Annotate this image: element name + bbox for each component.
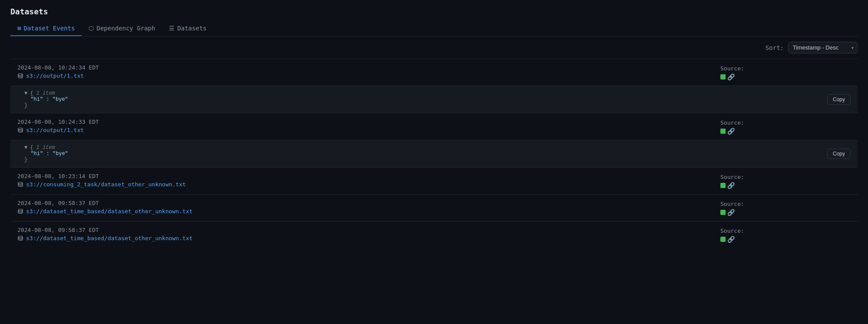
- svg-point-2: [18, 182, 23, 184]
- source-block: Source: 🔗: [720, 174, 744, 189]
- event-path-text[interactable]: s3://output/1.txt: [26, 127, 84, 133]
- dataset-file-icon: [17, 127, 23, 133]
- source-status-indicator: [720, 183, 726, 188]
- dataset-file-icon: [17, 235, 23, 241]
- json-key-value: "hi" : "bye": [30, 151, 68, 157]
- event-row: 2024-08-08, 10:24:33 EDT s3://output/1.t…: [10, 113, 858, 167]
- svg-point-4: [18, 236, 23, 238]
- event-left: 2024-08-08, 10:23:14 EDT s3://consuming_…: [17, 173, 720, 188]
- source-label: Source:: [720, 201, 744, 207]
- event-left: 2024-08-08, 09:58:37 EDT s3://dataset_ti…: [17, 227, 720, 241]
- event-timestamp: 2024-08-08, 09:58:37 EDT: [17, 227, 720, 233]
- events-list: 2024-08-08, 10:24:34 EDT s3://output/1.t…: [10, 59, 858, 248]
- event-header: 2024-08-08, 10:23:14 EDT s3://consuming_…: [10, 168, 858, 194]
- event-path: s3://consuming_2_task/dataset_other_unkn…: [17, 181, 720, 188]
- svg-point-3: [18, 209, 23, 211]
- source-block: Source: 🔗: [720, 65, 744, 80]
- tab-datasets[interactable]: ☰ Datasets: [162, 21, 213, 36]
- event-right: Source: 🔗: [720, 200, 851, 216]
- event-path-text[interactable]: s3://consuming_2_task/dataset_other_unkn…: [26, 181, 186, 188]
- dataset-file-icon: [17, 208, 23, 215]
- source-indicators: 🔗: [720, 209, 744, 216]
- svg-point-1: [18, 128, 23, 129]
- event-right: Source: 🔗: [720, 119, 851, 135]
- json-body: ▼{ 1 item "hi" : "bye" }: [24, 90, 820, 109]
- dataset-file-icon: [17, 73, 23, 79]
- json-brace-close: }: [24, 157, 27, 163]
- copy-button[interactable]: Copy: [827, 94, 851, 105]
- json-toggle[interactable]: ▼: [24, 90, 27, 96]
- json-content: ▼{ 1 item "hi" : "bye" } Copy: [10, 140, 858, 167]
- event-path: s3://output/1.txt: [17, 73, 720, 79]
- page-title: Datasets: [10, 7, 858, 16]
- source-link-icon[interactable]: 🔗: [727, 236, 735, 243]
- json-toggle[interactable]: ▼: [24, 145, 27, 151]
- event-left: 2024-08-08, 10:24:34 EDT s3://output/1.t…: [17, 64, 720, 79]
- sort-select[interactable]: Timestamp - Desc Timestamp - Asc: [788, 42, 858, 53]
- json-comment: 1 item: [36, 90, 55, 96]
- source-label: Source:: [720, 174, 744, 180]
- source-link-icon[interactable]: 🔗: [727, 128, 735, 135]
- tab-dataset-events-label: Dataset Events: [23, 25, 75, 32]
- sort-select-wrapper: Timestamp - Desc Timestamp - Asc: [788, 42, 858, 53]
- source-block: Source: 🔗: [720, 201, 744, 216]
- event-header: 2024-08-08, 09:58:37 EDT s3://dataset_ti…: [10, 195, 858, 221]
- event-path: s3://dataset_time_based/dataset_other_un…: [17, 235, 720, 241]
- event-header: 2024-08-08, 10:24:33 EDT s3://output/1.t…: [10, 113, 858, 140]
- tab-dataset-events[interactable]: ⊞ Dataset Events: [10, 21, 82, 36]
- event-header: 2024-08-08, 10:24:34 EDT s3://output/1.t…: [10, 59, 858, 86]
- source-label: Source:: [720, 228, 744, 234]
- json-brace-close: }: [24, 102, 27, 109]
- source-status-indicator: [720, 74, 726, 79]
- event-right: Source: 🔗: [720, 173, 851, 189]
- tab-datasets-label: Datasets: [177, 25, 206, 32]
- event-left: 2024-08-08, 09:58:37 EDT s3://dataset_ti…: [17, 200, 720, 215]
- json-body: ▼{ 1 item "hi" : "bye" }: [24, 145, 820, 163]
- tab-dependency-graph[interactable]: ⬡ Dependency Graph: [82, 21, 162, 36]
- dataset-file-icon: [17, 182, 23, 188]
- source-status-indicator: [720, 237, 726, 242]
- source-label: Source:: [720, 119, 744, 126]
- json-comment: 1 item: [36, 145, 55, 151]
- event-path-text[interactable]: s3://output/1.txt: [26, 73, 84, 79]
- source-link-icon[interactable]: 🔗: [727, 209, 735, 216]
- copy-button[interactable]: Copy: [827, 149, 851, 159]
- event-right: Source: 🔗: [720, 227, 851, 243]
- event-right: Source: 🔗: [720, 64, 851, 80]
- event-timestamp: 2024-08-08, 09:58:37 EDT: [17, 200, 720, 206]
- source-block: Source: 🔗: [720, 228, 744, 243]
- source-indicators: 🔗: [720, 73, 744, 80]
- event-timestamp: 2024-08-08, 10:24:34 EDT: [17, 64, 720, 71]
- sort-label: Sort:: [766, 44, 784, 51]
- event-row: 2024-08-08, 09:58:37 EDT s3://dataset_ti…: [10, 221, 858, 248]
- dataset-events-icon: ⊞: [17, 25, 21, 32]
- source-block: Source: 🔗: [720, 119, 744, 135]
- event-path-text[interactable]: s3://dataset_time_based/dataset_other_un…: [26, 235, 193, 241]
- tab-dependency-graph-label: Dependency Graph: [96, 25, 155, 32]
- json-brace-open: {: [30, 90, 33, 96]
- source-indicators: 🔗: [720, 182, 744, 189]
- event-path: s3://dataset_time_based/dataset_other_un…: [17, 208, 720, 215]
- event-timestamp: 2024-08-08, 10:24:33 EDT: [17, 119, 720, 125]
- source-status-indicator: [720, 210, 726, 215]
- dependency-graph-icon: ⬡: [89, 25, 94, 32]
- event-header: 2024-08-08, 09:58:37 EDT s3://dataset_ti…: [10, 222, 858, 248]
- event-path-text[interactable]: s3://dataset_time_based/dataset_other_un…: [26, 208, 193, 215]
- source-label: Source:: [720, 65, 744, 72]
- source-link-icon[interactable]: 🔗: [727, 73, 735, 80]
- json-content: ▼{ 1 item "hi" : "bye" } Copy: [10, 86, 858, 113]
- event-row: 2024-08-08, 10:23:14 EDT s3://consuming_…: [10, 167, 858, 194]
- json-brace-open: {: [30, 145, 33, 151]
- event-path: s3://output/1.txt: [17, 127, 720, 133]
- sort-bar: Sort: Timestamp - Desc Timestamp - Asc: [10, 36, 858, 59]
- source-link-icon[interactable]: 🔗: [727, 182, 735, 189]
- source-indicators: 🔗: [720, 236, 744, 243]
- svg-point-0: [18, 73, 23, 75]
- event-timestamp: 2024-08-08, 10:23:14 EDT: [17, 173, 720, 179]
- datasets-icon: ☰: [169, 25, 175, 32]
- event-row: 2024-08-08, 09:58:37 EDT s3://dataset_ti…: [10, 194, 858, 221]
- json-key-value: "hi" : "bye": [30, 96, 68, 102]
- tabs-bar: ⊞ Dataset Events ⬡ Dependency Graph ☰ Da…: [10, 21, 858, 36]
- source-status-indicator: [720, 129, 726, 134]
- event-left: 2024-08-08, 10:24:33 EDT s3://output/1.t…: [17, 119, 720, 133]
